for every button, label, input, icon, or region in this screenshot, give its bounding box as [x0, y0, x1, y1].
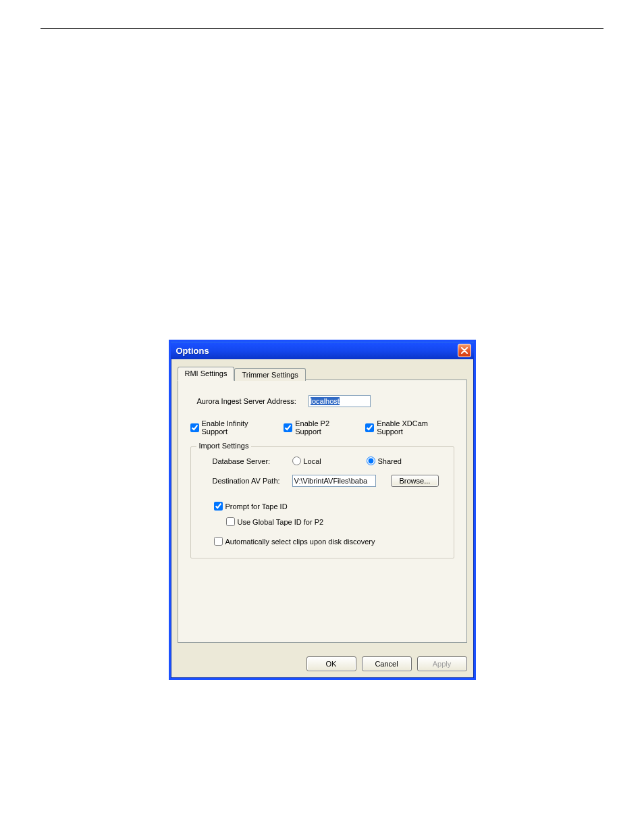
- enable-xdcam-label: Enable XDCam Support: [377, 419, 454, 436]
- apply-button[interactable]: Apply: [417, 656, 467, 671]
- db-shared-input[interactable]: [367, 457, 375, 465]
- db-shared-radio[interactable]: Shared: [367, 457, 402, 465]
- close-icon: [461, 347, 468, 354]
- dialog-title: Options: [176, 346, 209, 356]
- global-tape-input[interactable]: [226, 517, 235, 526]
- db-local-radio[interactable]: Local: [292, 457, 367, 465]
- ok-button[interactable]: OK: [306, 656, 356, 671]
- enable-p2-input[interactable]: [284, 423, 292, 432]
- prompt-tape-label: Prompt for Tape ID: [225, 502, 288, 511]
- tab-trimmer-settings[interactable]: Trimmer Settings: [234, 368, 305, 381]
- enable-infinity-input[interactable]: [190, 423, 199, 432]
- auto-select-checkbox[interactable]: Automatically select clips upon disk dis…: [214, 537, 441, 546]
- enable-xdcam-input[interactable]: [365, 423, 374, 432]
- enable-infinity-checkbox[interactable]: Enable Infinity Support: [190, 419, 275, 436]
- db-local-input[interactable]: [292, 457, 301, 465]
- tab-panel: Aurora Ingest Server Address: localhost …: [178, 380, 467, 643]
- close-button[interactable]: [458, 344, 471, 357]
- import-settings-group: Import Settings Database Server: Local S…: [190, 446, 454, 558]
- global-tape-label: Use Global Tape ID for P2: [238, 518, 324, 526]
- browse-button[interactable]: Browse...: [391, 475, 439, 487]
- options-dialog: Options RMI Settings Trimmer Settings Au…: [169, 340, 476, 680]
- page-divider: [41, 28, 603, 29]
- dest-path-label: Destination AV Path:: [213, 477, 292, 485]
- server-address-label: Aurora Ingest Server Address:: [197, 397, 308, 405]
- enable-infinity-label: Enable Infinity Support: [202, 419, 275, 436]
- db-shared-label: Shared: [378, 457, 402, 465]
- global-tape-checkbox[interactable]: Use Global Tape ID for P2: [226, 517, 441, 526]
- enable-p2-label: Enable P2 Support: [295, 419, 356, 436]
- cancel-button[interactable]: Cancel: [362, 656, 412, 671]
- db-local-label: Local: [304, 457, 321, 465]
- server-address-input[interactable]: localhost: [308, 395, 371, 407]
- auto-select-label: Automatically select clips upon disk dis…: [225, 538, 375, 546]
- db-server-label: Database Server:: [213, 457, 292, 465]
- enable-xdcam-checkbox[interactable]: Enable XDCam Support: [365, 419, 454, 436]
- server-address-value: localhost: [311, 397, 340, 405]
- title-bar[interactable]: Options: [171, 342, 474, 359]
- dest-path-input[interactable]: [292, 475, 376, 487]
- prompt-tape-input[interactable]: [214, 502, 223, 511]
- import-settings-title: Import Settings: [196, 442, 252, 450]
- auto-select-input[interactable]: [214, 537, 223, 546]
- dialog-footer: OK Cancel Apply: [171, 650, 474, 678]
- tab-rmi-settings[interactable]: RMI Settings: [178, 367, 235, 381]
- tab-bar: RMI Settings Trimmer Settings: [178, 365, 467, 380]
- prompt-tape-checkbox[interactable]: Prompt for Tape ID: [214, 502, 441, 511]
- enable-p2-checkbox[interactable]: Enable P2 Support: [284, 419, 356, 436]
